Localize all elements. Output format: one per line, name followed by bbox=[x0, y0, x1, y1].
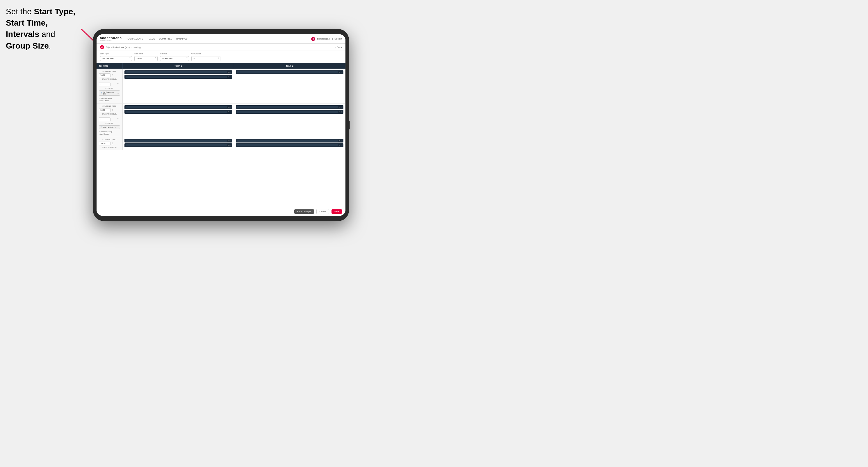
group-3-time-input[interactable] bbox=[99, 142, 111, 146]
group-2-remove-link[interactable]: ○ Remove Group bbox=[99, 131, 120, 133]
group-1-hole-select-wrapper: 123 bbox=[99, 81, 120, 86]
group-3-team2-player1-remove[interactable]: × ○ bbox=[339, 139, 342, 142]
settings-form-row: Start Type 1st Tee Start Shotgun Start S… bbox=[97, 51, 345, 63]
group-1-team1-player2[interactable]: × ○ bbox=[124, 75, 232, 79]
start-time-input[interactable] bbox=[134, 56, 158, 61]
breadcrumb-tournament[interactable]: Clippd Invitational (Me) bbox=[106, 46, 130, 49]
group-3-clock-icon: ⏱ bbox=[112, 143, 114, 145]
breadcrumb-section: Hosting bbox=[133, 46, 141, 49]
nav-rankings[interactable]: RANKINGS bbox=[176, 37, 188, 41]
instruction-line3-normal: and bbox=[39, 30, 55, 39]
group-3-team2-player1[interactable]: × ○ bbox=[236, 139, 343, 143]
group-1-course-tag: 🏌 (A) Peachtree GC × bbox=[99, 90, 120, 96]
sign-out-divider: | bbox=[332, 38, 333, 40]
group-3-team1-cell: × ○ × ○ bbox=[123, 137, 234, 150]
clippd-icon: C bbox=[100, 45, 104, 49]
nav-teams[interactable]: TEAMS bbox=[148, 37, 155, 41]
group-2-remove-icon: ○ bbox=[99, 131, 100, 133]
nav-tournaments[interactable]: TOURNAMENTS bbox=[126, 37, 143, 41]
group-1-team2-player1[interactable]: × ○ bbox=[236, 70, 343, 74]
group-1-team1-player1-content bbox=[126, 71, 227, 73]
logo-sub: Powered by clippd bbox=[100, 39, 122, 41]
sub-header: C Clippd Invitational (Me) › Hosting ‹ B… bbox=[97, 43, 345, 51]
reset-changes-button[interactable]: Reset Changes bbox=[294, 209, 314, 214]
group-1-course-label: COURSE: bbox=[99, 88, 120, 89]
instruction-line1-normal: Set the bbox=[6, 7, 34, 16]
cancel-button[interactable]: Cancel bbox=[316, 209, 329, 214]
group-size-select-wrapper: 2 3 4 bbox=[191, 55, 220, 61]
group-1-team1-player1[interactable]: × ○ bbox=[124, 70, 232, 74]
instruction-line4-bold: Group Size bbox=[6, 41, 49, 50]
tablet-frame: SCOREBOARD Powered by clippd TOURNAMENTS… bbox=[93, 29, 349, 221]
group-3-team1-player2-content bbox=[126, 144, 227, 146]
logo-area: SCOREBOARD Powered by clippd bbox=[100, 37, 122, 41]
group-2-team1-player2[interactable]: × ○ bbox=[124, 110, 232, 114]
group-1-team1-player2-remove[interactable]: × ○ bbox=[228, 76, 230, 78]
logo-text: SCOREBOARD bbox=[100, 37, 122, 39]
group-2-hole-select[interactable]: 12 bbox=[99, 118, 111, 121]
group-3-team1-player1-remove[interactable]: × ○ bbox=[228, 139, 230, 142]
instruction-line2: Start Time, bbox=[6, 18, 48, 27]
group-2-team1-player1[interactable]: × ○ bbox=[124, 105, 232, 109]
tablet-side-button bbox=[349, 121, 350, 129]
instruction-text: Set the Start Type, Start Time, Interval… bbox=[6, 6, 90, 52]
intervals-group: Intervals 5 Minutes 10 Minutes 15 Minute… bbox=[160, 53, 189, 61]
group-2-course-remove[interactable]: × bbox=[115, 126, 116, 128]
group-2-team1-player2-remove[interactable]: × ○ bbox=[228, 111, 230, 113]
th-team2: Team 2 bbox=[234, 63, 345, 69]
group-3-team2-player2[interactable]: × ○ bbox=[236, 143, 343, 147]
group-2-hole-select-wrapper: 12 bbox=[99, 116, 120, 121]
group-2-team2-player2-remove[interactable]: × ○ bbox=[339, 111, 342, 113]
group-2-team2-player2[interactable]: × ○ bbox=[236, 110, 343, 114]
group-1-actions: ○ Remove Group + Add Group bbox=[99, 97, 120, 101]
table-header: Tee Time Team 1 Team 2 bbox=[97, 63, 345, 69]
start-type-select[interactable]: 1st Tee Start Shotgun Start bbox=[100, 56, 132, 61]
group-1-hole-select[interactable]: 123 bbox=[99, 83, 111, 86]
group-3-team2-cell: × ○ × ○ bbox=[234, 137, 345, 150]
back-button[interactable]: ‹ Back bbox=[335, 46, 342, 49]
start-time-input-wrapper bbox=[134, 55, 158, 61]
group-1-add-link[interactable]: + Add Group bbox=[99, 100, 120, 101]
save-button[interactable]: Save bbox=[332, 209, 342, 214]
group-1-left: STARTING TIME: ⏱ STARTING HOLE: 123 COUR… bbox=[97, 69, 123, 103]
group-3-starting-time-label: STARTING TIME: bbox=[99, 139, 120, 141]
group-3-team1-player2[interactable]: × ○ bbox=[124, 143, 232, 147]
group-2-team1-player1-remove[interactable]: × ○ bbox=[228, 106, 230, 108]
group-3-team2-player2-remove[interactable]: × ○ bbox=[339, 144, 342, 146]
intervals-select[interactable]: 5 Minutes 10 Minutes 15 Minutes 20 Minut… bbox=[160, 56, 189, 61]
group-1-team2-player1-content bbox=[237, 71, 338, 73]
group-2-team2-player1[interactable]: × ○ bbox=[236, 105, 343, 109]
group-size-group: Group Size 2 3 4 bbox=[191, 53, 220, 61]
group-2-team2-player1-remove[interactable]: × ○ bbox=[339, 106, 342, 108]
group-2-team1-cell: × ○ × ○ bbox=[123, 103, 234, 137]
breadcrumb-separator: › bbox=[131, 46, 132, 49]
group-row-3: STARTING TIME: ⏱ STARTING HOLE: × ○ × ○ bbox=[97, 137, 345, 150]
nav-committee[interactable]: COMMITTEE bbox=[159, 37, 172, 41]
group-2-hole-label: STARTING HOLE: bbox=[99, 113, 120, 115]
start-type-group: Start Type 1st Tee Start Shotgun Start bbox=[100, 53, 132, 61]
intervals-label: Intervals bbox=[160, 53, 189, 55]
group-1-team2-player1-remove[interactable]: × ○ bbox=[339, 71, 342, 73]
th-tee-time: Tee Time bbox=[97, 63, 123, 69]
group-3-team1-player1[interactable]: × ○ bbox=[124, 139, 232, 143]
group-3-team1-player1-content bbox=[126, 139, 227, 142]
group-size-select[interactable]: 2 3 4 bbox=[191, 56, 220, 61]
group-1-team1-player1-remove[interactable]: × ○ bbox=[228, 71, 230, 73]
group-2-time-input[interactable] bbox=[99, 108, 111, 112]
tablet-screen: SCOREBOARD Powered by clippd TOURNAMENTS… bbox=[97, 34, 345, 216]
group-1-remove-link[interactable]: ○ Remove Group bbox=[99, 97, 120, 99]
group-1-clock-icon: ⏱ bbox=[112, 74, 114, 76]
sign-out-link[interactable]: Sign out bbox=[334, 38, 342, 40]
group-1-team1-player2-content bbox=[126, 76, 227, 78]
group-2-team1-player1-content bbox=[126, 106, 227, 108]
main-content: Tee Time Team 1 Team 2 STARTING TIME: ⏱ … bbox=[97, 63, 345, 207]
group-1-hole-label: STARTING HOLE: bbox=[99, 78, 120, 80]
group-1-course-remove[interactable]: × bbox=[118, 92, 119, 94]
group-3-team1-player2-remove[interactable]: × ○ bbox=[228, 144, 230, 146]
group-2-add-link[interactable]: + Add Group bbox=[99, 133, 120, 135]
group-2-team2-cell: × ○ × ○ bbox=[234, 103, 345, 137]
group-3-team2-player1-content bbox=[237, 139, 338, 142]
group-1-time-input[interactable] bbox=[99, 73, 111, 77]
intervals-select-wrapper: 5 Minutes 10 Minutes 15 Minutes 20 Minut… bbox=[160, 55, 189, 61]
group-1-team1-cell: × ○ × ○ bbox=[123, 69, 234, 103]
